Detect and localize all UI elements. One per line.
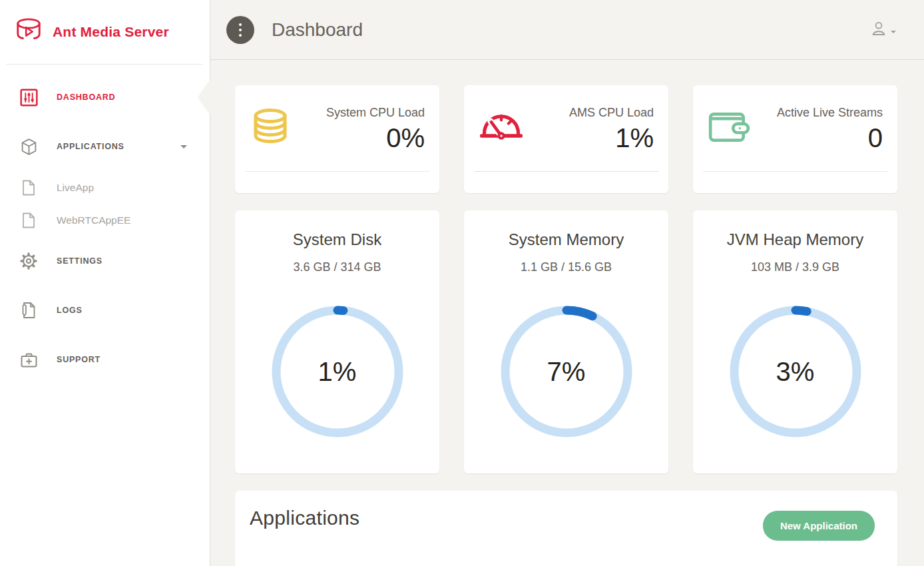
gauge-percent: 7% — [496, 301, 637, 442]
sidebar-item-label: WebRTCAppEE — [57, 214, 130, 226]
gear-icon — [19, 252, 39, 270]
gauge-card-system-disk: System Disk 3.6 GB / 314 GB 1% — [235, 210, 439, 473]
new-application-button[interactable]: New Application — [763, 511, 875, 541]
log-file-icon — [19, 302, 39, 319]
file-icon — [19, 180, 39, 196]
jvm-heap-gauge: 3% — [725, 301, 866, 442]
applications-section: Applications New Application — [235, 491, 897, 566]
chevron-down-icon — [180, 145, 187, 148]
gauge-card-jvm-heap-memory: JVM Heap Memory 103 MB / 3.9 GB 3% — [693, 210, 897, 473]
sidebar-item-settings[interactable]: SETTINGS — [0, 236, 210, 286]
stat-value: 0 — [777, 122, 883, 154]
main-area: Dashboard — [210, 0, 924, 566]
applications-title: Applications — [250, 507, 359, 529]
sidebar-item-label: SETTINGS — [57, 256, 103, 266]
file-icon — [19, 212, 39, 228]
stat-label: Active Live Streams — [777, 104, 883, 122]
sidebar-item-label: LOGS — [57, 306, 83, 315]
menu-dots-button[interactable] — [226, 16, 254, 44]
stat-card-row: System CPU Load 0% — [235, 85, 897, 193]
sidebar-item-liveapp[interactable]: LiveApp — [0, 171, 210, 204]
stat-card-ams-cpu-load: AMS CPU Load 1% — [464, 85, 668, 193]
gauge-percent: 3% — [725, 301, 866, 442]
sidebar: Ant Media Server DASHBOARD — [0, 0, 210, 566]
stat-value: 0% — [326, 122, 425, 154]
gauge-title: JVM Heap Memory — [693, 230, 897, 249]
gauge-title: System Memory — [464, 230, 668, 249]
topbar: Dashboard — [210, 0, 924, 60]
stat-value: 1% — [569, 122, 654, 154]
gauge-card-system-memory: System Memory 1.1 GB / 15.6 GB 7% — [464, 210, 668, 473]
gauge-subtitle: 1.1 GB / 15.6 GB — [464, 260, 668, 274]
speedometer-icon — [479, 104, 527, 154]
gauge-title: System Disk — [235, 230, 439, 249]
sidebar-item-label: APPLICATIONS — [57, 142, 124, 151]
sidebar-item-label: SUPPORT — [57, 355, 101, 364]
box-icon — [19, 138, 39, 156]
sidebar-item-label: DASHBOARD — [57, 93, 115, 102]
wallet-icon — [708, 104, 756, 154]
gauge-subtitle: 103 MB / 3.9 GB — [693, 260, 897, 274]
sidebar-item-dashboard[interactable]: DASHBOARD — [0, 73, 210, 122]
sliders-icon — [19, 89, 39, 107]
brand-name: Ant Media Server — [53, 24, 169, 40]
database-icon — [250, 104, 298, 154]
first-aid-kit-icon — [19, 352, 39, 368]
gauge-card-row: System Disk 3.6 GB / 314 GB 1% System Me… — [235, 210, 897, 473]
sidebar-item-label: LiveApp — [57, 182, 94, 194]
page-title: Dashboard — [272, 19, 363, 41]
dashboard-content: System CPU Load 0% — [210, 60, 924, 566]
stat-label: AMS CPU Load — [569, 104, 654, 122]
sidebar-item-webrtcappee[interactable]: WebRTCAppEE — [0, 204, 210, 236]
gauge-percent: 1% — [267, 301, 408, 442]
gauge-subtitle: 3.6 GB / 314 GB — [235, 260, 439, 274]
disk-usage-gauge: 1% — [267, 301, 408, 442]
memory-usage-gauge: 7% — [496, 301, 637, 442]
sidebar-item-logs[interactable]: LOGS — [0, 286, 210, 335]
stat-card-active-live-streams: Active Live Streams 0 — [693, 85, 897, 193]
stat-card-system-cpu-load: System CPU Load 0% — [235, 85, 439, 193]
active-item-arrow — [198, 80, 210, 115]
sidebar-nav: DASHBOARD APPLICATIONS — [0, 65, 210, 384]
user-menu[interactable] — [870, 20, 896, 40]
sidebar-item-applications[interactable]: APPLICATIONS — [0, 122, 210, 171]
stat-label: System CPU Load — [326, 104, 425, 122]
user-icon — [870, 20, 887, 40]
chevron-down-icon — [891, 31, 896, 33]
sidebar-item-support[interactable]: SUPPORT — [0, 335, 210, 384]
app-window: Ant Media Server DASHBOARD — [0, 0, 924, 566]
brand[interactable]: Ant Media Server — [7, 0, 203, 65]
ant-media-logo-icon — [13, 17, 44, 47]
